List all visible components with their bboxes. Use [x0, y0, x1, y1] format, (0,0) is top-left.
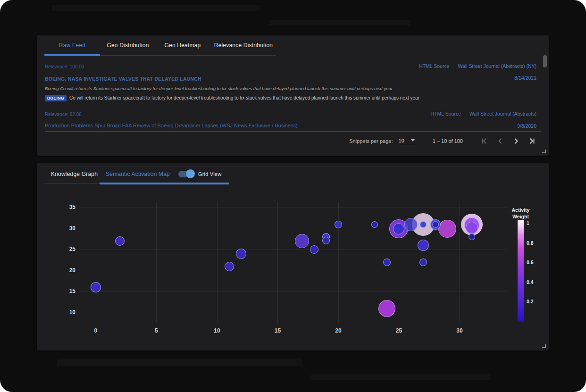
x-axis-tick-label: 10: [208, 327, 226, 334]
pagination-range: 1 – 10 of 100: [433, 138, 463, 144]
chart-bubble[interactable]: [466, 222, 478, 234]
y-axis-tick-label: 25: [59, 246, 75, 252]
x-axis-tick-label: 0: [86, 327, 105, 334]
chart-bubble[interactable]: [91, 282, 101, 292]
article-date: 8/14/2021: [514, 75, 536, 81]
source-name-link[interactable]: Wall Street Journal (Abstracts): [469, 111, 536, 117]
gridline: [79, 313, 507, 313]
colorbar-title: Activity Weight: [503, 207, 538, 220]
y-axis-tick-label: 10: [59, 309, 75, 316]
dropdown-caret-icon: [411, 139, 415, 142]
snippet-text: Co will return its Starliner spacecraft …: [69, 95, 419, 100]
active-tab-underline: [44, 54, 100, 56]
tab-relevance-distribution[interactable]: Relevance Distribution: [209, 42, 277, 49]
chart-bubble[interactable]: [115, 236, 125, 246]
tab-geo-distribution[interactable]: Geo Distribution: [100, 42, 156, 49]
tab-divider: [44, 183, 100, 184]
relevance-score: Relevance: 100.00: [45, 64, 84, 69]
gridline: [217, 202, 218, 323]
chart-bubble[interactable]: [418, 240, 429, 251]
scrollbar-thumb[interactable]: [543, 55, 547, 67]
chart-bubble[interactable]: [295, 234, 309, 248]
resize-handle-icon[interactable]: [542, 344, 546, 348]
colorbar-tick-label: 1: [527, 220, 529, 226]
chart-bubble[interactable]: [419, 259, 427, 266]
gridline: [277, 202, 278, 323]
resize-handle-icon[interactable]: [542, 150, 546, 153]
tab-semantic-activation-map[interactable]: Semantic Activation Map: [106, 171, 170, 177]
last-page-icon[interactable]: [527, 136, 537, 146]
pagination-buttons: [479, 136, 537, 146]
html-source-link[interactable]: HTML Source: [419, 63, 449, 69]
bubble-chart: 101520253035051015202530: [79, 202, 507, 323]
snippet-row: BOEINGCo will return its Starliner space…: [45, 93, 536, 101]
chart-bubble[interactable]: [225, 262, 234, 271]
colorbar-tick-label: 0.4: [527, 279, 534, 285]
entity-chip-boeing[interactable]: BOEING: [45, 95, 67, 101]
colorbar-tick-label: 0.6: [527, 259, 534, 265]
chart-bubble[interactable]: [469, 234, 475, 240]
chart-bubble[interactable]: [393, 223, 404, 234]
source-name-link[interactable]: Wall Street Journal (Abstracts) (NY): [458, 63, 536, 69]
tab-knowledge-graph[interactable]: Knowledge Graph: [51, 171, 98, 177]
background-ghost: [57, 359, 302, 366]
grid-view-label: Grid View: [198, 171, 221, 177]
chart-bubble[interactable]: [322, 237, 330, 244]
x-axis-tick-label: 30: [450, 327, 469, 334]
chart-bubble[interactable]: [404, 218, 418, 231]
active-tab-underline: [100, 183, 229, 184]
chart-bubble[interactable]: [371, 221, 378, 228]
relevance-score: Relevance: 82.86: [45, 112, 82, 117]
colorbar-gradient: [518, 220, 524, 322]
gridline: [79, 250, 507, 250]
y-axis-tick-label: 15: [59, 288, 75, 294]
feed-divider: [45, 131, 541, 132]
chart-bubble[interactable]: [432, 221, 439, 228]
per-page-select[interactable]: 10: [398, 137, 416, 145]
colorbar-tick-label: 0.2: [527, 299, 534, 304]
top-tab-bar: Raw Feed Geo Distribution Geo Heatmap Re…: [44, 35, 277, 55]
x-axis-tick-label: 20: [329, 327, 348, 334]
background-ghost: [269, 20, 410, 25]
chart-bubble[interactable]: [420, 221, 427, 228]
snippet-italic: Boeing Co will return its Starliner spac…: [45, 86, 530, 91]
gridline: [460, 202, 460, 323]
first-page-icon[interactable]: [479, 136, 489, 146]
article-title[interactable]: Production Problems Spur Broad FAA Revie…: [45, 123, 298, 128]
x-axis-tick-label: 25: [389, 327, 408, 334]
item-meta: HTML Source Wall Street Journal (Abstrac…: [419, 63, 536, 69]
grid-view-toggle[interactable]: [178, 171, 194, 177]
y-axis-tick-label: 30: [59, 225, 75, 232]
x-axis-tick-label: 15: [268, 327, 287, 334]
prev-page-icon[interactable]: [495, 136, 505, 146]
pagination-bar: Snippets per page: 10 1 – 10 of 100: [349, 135, 537, 147]
chart-bubble[interactable]: [335, 221, 342, 228]
background-ghost: [52, 5, 260, 11]
toggle-knob: [186, 169, 195, 178]
chart-bubble[interactable]: [378, 300, 395, 317]
tab-geo-heatmap[interactable]: Geo Heatmap: [156, 42, 209, 49]
gridline: [79, 271, 507, 271]
item-meta: HTML Source Wall Street Journal (Abstrac…: [431, 111, 536, 117]
gridline: [79, 292, 507, 292]
article-title[interactable]: BOEING, NASA INVESTIGATE VALVES THAT DEL…: [45, 76, 201, 82]
per-page-label: Snippets per page:: [349, 138, 393, 144]
chart-bubble[interactable]: [310, 245, 318, 254]
tab-raw-feed[interactable]: Raw Feed: [44, 42, 100, 49]
y-axis-tick-label: 35: [59, 204, 75, 210]
article-date: 9/8/2020: [517, 123, 536, 129]
gridline: [338, 202, 339, 323]
chart-bubble[interactable]: [236, 249, 246, 259]
y-axis-tick-label: 20: [59, 267, 75, 274]
chart-bubble[interactable]: [438, 220, 456, 238]
x-axis-tick-label: 5: [147, 327, 166, 334]
colorbar-tick-label: 0.8: [527, 240, 534, 246]
gridline: [96, 202, 96, 323]
raw-feed-panel: Raw Feed Geo Distribution Geo Heatmap Re…: [37, 35, 549, 156]
chart-bubble[interactable]: [383, 259, 391, 266]
activation-map-panel: Knowledge Graph Semantic Activation Map …: [37, 163, 549, 350]
html-source-link[interactable]: HTML Source: [431, 111, 461, 117]
next-page-icon[interactable]: [511, 136, 521, 146]
gridline: [156, 202, 157, 323]
app-canvas: Raw Feed Geo Distribution Geo Heatmap Re…: [0, 0, 586, 392]
